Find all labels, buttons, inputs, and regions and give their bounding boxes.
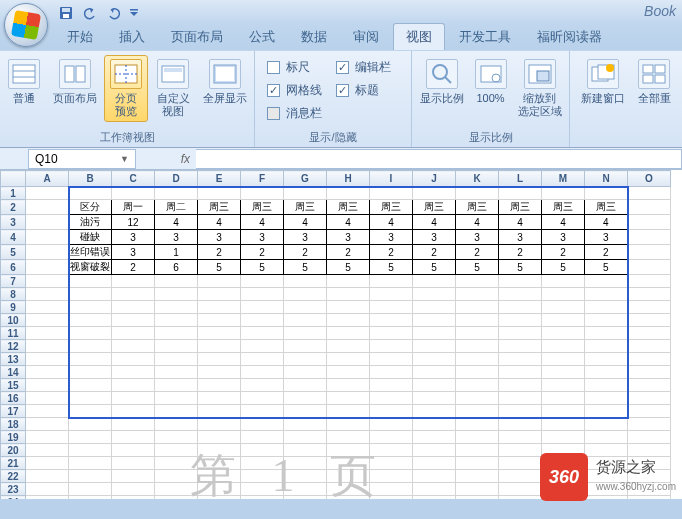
cell[interactable] [155, 470, 198, 483]
cell[interactable] [112, 275, 155, 288]
cell[interactable] [413, 327, 456, 340]
cell[interactable] [284, 353, 327, 366]
cell[interactable] [628, 215, 671, 230]
tab-foxit[interactable]: 福昕阅读器 [525, 24, 614, 50]
cell[interactable]: 6 [155, 260, 198, 275]
cell[interactable]: 4 [499, 215, 542, 230]
cell[interactable]: 周三 [284, 200, 327, 215]
cell[interactable] [413, 483, 456, 496]
dropdown-icon[interactable]: ▼ [120, 154, 129, 164]
cell[interactable] [155, 353, 198, 366]
cell[interactable] [327, 379, 370, 392]
cell[interactable] [542, 301, 585, 314]
cell[interactable]: 周一 [112, 200, 155, 215]
cell[interactable] [327, 496, 370, 500]
cell[interactable] [198, 379, 241, 392]
cell[interactable] [112, 327, 155, 340]
cell[interactable]: 2 [198, 245, 241, 260]
cell[interactable] [628, 353, 671, 366]
spreadsheet-grid[interactable]: ABCDEFGHIJKLMNO12区分周一周二周三周三周三周三周三周三周三周三周… [0, 170, 671, 499]
cell[interactable] [155, 187, 198, 200]
row-header[interactable]: 13 [1, 353, 26, 366]
cell[interactable] [198, 353, 241, 366]
cell[interactable]: 周三 [198, 200, 241, 215]
cell[interactable] [26, 496, 69, 500]
cell[interactable] [499, 275, 542, 288]
cell[interactable] [241, 392, 284, 405]
cell[interactable] [112, 431, 155, 444]
cell[interactable] [585, 187, 628, 200]
cell[interactable] [413, 392, 456, 405]
cell[interactable] [241, 444, 284, 457]
cell[interactable] [284, 431, 327, 444]
cell[interactable] [370, 187, 413, 200]
cell[interactable] [198, 483, 241, 496]
cell[interactable] [542, 405, 585, 418]
cell[interactable] [241, 470, 284, 483]
cell[interactable] [456, 379, 499, 392]
row-header[interactable]: 15 [1, 379, 26, 392]
cell[interactable]: 2 [112, 260, 155, 275]
col-header[interactable]: D [155, 171, 198, 187]
cell[interactable] [198, 340, 241, 353]
cell[interactable] [198, 496, 241, 500]
row-header[interactable]: 4 [1, 230, 26, 245]
cell[interactable] [241, 187, 284, 200]
cell[interactable] [198, 366, 241, 379]
cell[interactable] [284, 470, 327, 483]
cell[interactable] [69, 288, 112, 301]
cell[interactable] [198, 288, 241, 301]
cell[interactable]: 3 [542, 230, 585, 245]
cell[interactable] [456, 405, 499, 418]
cell[interactable] [370, 275, 413, 288]
cell[interactable] [585, 288, 628, 301]
cell[interactable] [456, 314, 499, 327]
cell[interactable] [628, 260, 671, 275]
cell[interactable] [69, 353, 112, 366]
row-header[interactable]: 8 [1, 288, 26, 301]
cell[interactable]: 2 [542, 245, 585, 260]
cell[interactable] [413, 301, 456, 314]
cell[interactable]: 5 [198, 260, 241, 275]
cell[interactable] [628, 431, 671, 444]
col-header[interactable]: B [69, 171, 112, 187]
cell[interactable] [413, 457, 456, 470]
cell[interactable] [327, 340, 370, 353]
cell[interactable] [456, 327, 499, 340]
cell[interactable] [69, 418, 112, 431]
cell[interactable]: 4 [155, 215, 198, 230]
cell[interactable] [198, 418, 241, 431]
cell[interactable] [585, 379, 628, 392]
cell[interactable] [327, 405, 370, 418]
cell[interactable]: 3 [241, 230, 284, 245]
col-header[interactable]: E [198, 171, 241, 187]
cell[interactable] [112, 353, 155, 366]
cell[interactable] [499, 288, 542, 301]
cell[interactable]: 2 [241, 245, 284, 260]
cell[interactable] [112, 496, 155, 500]
col-header[interactable]: M [542, 171, 585, 187]
row-header[interactable]: 19 [1, 431, 26, 444]
cell[interactable] [370, 314, 413, 327]
cell[interactable] [26, 392, 69, 405]
cell[interactable] [284, 379, 327, 392]
col-header[interactable]: F [241, 171, 284, 187]
cell[interactable] [26, 260, 69, 275]
cell[interactable] [327, 470, 370, 483]
cell[interactable] [628, 275, 671, 288]
cell[interactable] [284, 405, 327, 418]
cell[interactable] [69, 327, 112, 340]
cell[interactable] [155, 327, 198, 340]
cell[interactable] [112, 366, 155, 379]
col-header[interactable]: H [327, 171, 370, 187]
tab-data[interactable]: 数据 [289, 24, 339, 50]
cell[interactable] [26, 379, 69, 392]
tab-page-layout[interactable]: 页面布局 [159, 24, 235, 50]
cell[interactable]: 3 [284, 230, 327, 245]
cell[interactable] [112, 301, 155, 314]
cell[interactable]: 5 [370, 260, 413, 275]
cell[interactable] [241, 340, 284, 353]
cell[interactable] [198, 444, 241, 457]
cell[interactable]: 周三 [370, 200, 413, 215]
cell[interactable] [284, 483, 327, 496]
